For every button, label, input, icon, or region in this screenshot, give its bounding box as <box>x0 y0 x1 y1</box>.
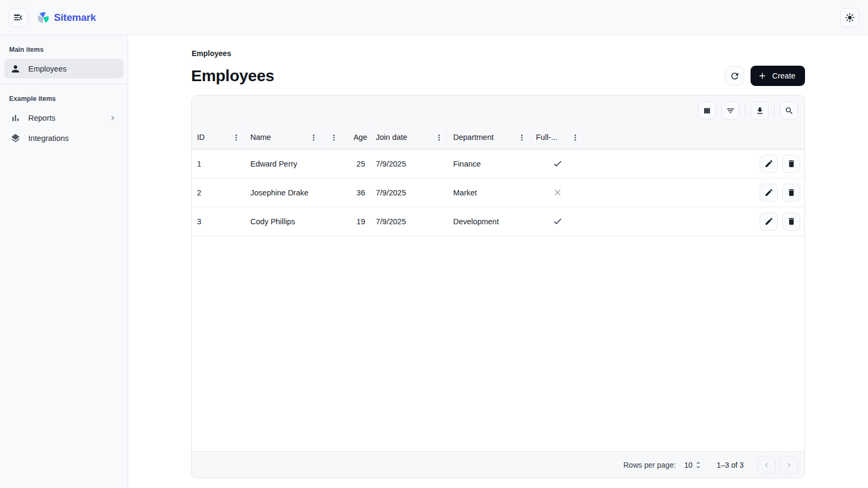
filter-icon <box>726 106 735 115</box>
column-header-label: ID <box>197 133 205 141</box>
theme-toggle-button[interactable] <box>840 8 859 27</box>
column-menu-button[interactable] <box>230 131 242 144</box>
kebab-icon <box>518 133 526 141</box>
export-button[interactable] <box>751 101 769 120</box>
age-cell: 36 <box>322 188 370 197</box>
chevron-left-icon <box>762 460 771 470</box>
column-header-label: Join date <box>376 133 407 141</box>
sidebar-toggle-button[interactable] <box>9 8 28 27</box>
close-icon <box>553 187 563 198</box>
column-header-join-date[interactable]: Join date <box>370 125 448 149</box>
brand-logo: Sitemark <box>37 12 96 23</box>
reload-button[interactable] <box>725 66 744 85</box>
breadcrumb: Employees <box>192 49 805 58</box>
grid-footer: Rows per page: 10 1–3 of 3 <box>192 451 804 478</box>
column-header-label: Department <box>453 133 494 141</box>
page-title: Employees <box>191 66 274 85</box>
column-header-full-time[interactable]: Full-... <box>531 125 584 149</box>
grid-header-row: ID Name Age Join date <box>192 125 804 149</box>
join-date-cell: 7/9/2025 <box>370 160 448 168</box>
sidebar-item-label: Integrations <box>28 134 69 143</box>
full-time-cell <box>531 187 584 198</box>
bar-chart-icon <box>10 113 21 123</box>
delete-button[interactable] <box>782 155 800 173</box>
column-menu-button[interactable] <box>516 131 527 144</box>
id-cell: 1 <box>192 160 245 168</box>
column-header-label: Full-... <box>536 133 557 141</box>
pagination-range: 1–3 of 3 <box>716 461 744 469</box>
table-row[interactable]: 1 Edward Perry 25 7/9/2025 Finance <box>192 149 804 178</box>
download-icon <box>755 106 764 115</box>
column-menu-button[interactable] <box>433 131 445 144</box>
trash-icon <box>787 217 796 226</box>
column-header-department[interactable]: Department <box>448 125 531 149</box>
chevron-right-icon <box>784 460 794 470</box>
edit-button[interactable] <box>760 212 778 231</box>
delete-button[interactable] <box>782 212 800 231</box>
table-row[interactable]: 3 Cody Phillips 19 7/9/2025 Development <box>192 207 804 236</box>
sidebar-section-main-items: Main items <box>0 41 128 58</box>
column-header-label: Name <box>250 133 271 141</box>
name-cell: Edward Perry <box>245 160 322 168</box>
sidebar-item-integrations[interactable]: Integrations <box>4 128 123 148</box>
columns-button[interactable] <box>698 101 716 120</box>
check-icon <box>553 159 563 169</box>
grid-toolbar <box>192 96 804 125</box>
create-button-label: Create <box>772 72 795 80</box>
kebab-icon <box>310 133 318 141</box>
main-content: Employees Employees Create <box>128 35 868 488</box>
trash-icon <box>787 188 796 197</box>
menu-collapse-icon <box>13 12 23 23</box>
name-cell: Josephine Drake <box>245 188 322 197</box>
rows-per-page-select[interactable]: 10 <box>684 461 703 469</box>
rows-per-page-value: 10 <box>684 461 693 469</box>
column-header-actions <box>584 125 804 149</box>
column-header-age[interactable]: Age <box>322 125 370 149</box>
column-menu-button[interactable] <box>328 131 340 144</box>
column-menu-button[interactable] <box>307 131 319 144</box>
pencil-icon <box>764 188 774 197</box>
filter-button[interactable] <box>721 101 739 120</box>
age-cell: 19 <box>322 217 370 226</box>
next-page-button[interactable] <box>780 456 798 474</box>
full-time-cell <box>531 216 584 226</box>
sitemark-logo-icon <box>37 12 49 23</box>
grid-empty-area <box>192 236 804 451</box>
sidebar-item-employees[interactable]: Employees <box>4 59 123 78</box>
brand-name: Sitemark <box>54 12 96 23</box>
edit-button[interactable] <box>760 155 778 173</box>
delete-button[interactable] <box>782 184 800 202</box>
sidebar-item-label: Reports <box>28 114 56 122</box>
kebab-icon <box>330 133 338 141</box>
create-button[interactable]: Create <box>751 66 805 86</box>
plus-icon <box>757 71 767 81</box>
sidebar-section-example-items: Example items <box>0 90 128 107</box>
column-header-label: Age <box>353 133 367 141</box>
pencil-icon <box>764 217 774 226</box>
column-menu-button[interactable] <box>569 131 581 144</box>
sidebar-divider <box>0 84 128 84</box>
table-row[interactable]: 2 Josephine Drake 36 7/9/2025 Market <box>192 178 804 207</box>
column-header-id[interactable]: ID <box>192 125 245 149</box>
column-header-name[interactable]: Name <box>245 125 322 149</box>
sun-icon <box>845 12 855 23</box>
chevron-right-icon <box>108 113 117 123</box>
toolbar-divider <box>745 105 745 116</box>
sidebar-item-reports[interactable]: Reports <box>4 108 123 128</box>
sidebar-item-label: Employees <box>28 65 67 73</box>
department-cell: Development <box>448 217 531 226</box>
join-date-cell: 7/9/2025 <box>370 217 448 226</box>
toolbar-divider <box>774 105 775 116</box>
search-button[interactable] <box>780 101 798 120</box>
previous-page-button[interactable] <box>757 456 776 474</box>
id-cell: 2 <box>192 188 245 197</box>
edit-button[interactable] <box>760 184 778 202</box>
person-icon <box>10 64 21 74</box>
full-time-cell <box>531 159 584 169</box>
department-cell: Finance <box>448 160 531 168</box>
sidebar: Main items Employees Example items Repor… <box>0 35 128 488</box>
name-cell: Cody Phillips <box>245 217 322 226</box>
check-icon <box>553 216 563 226</box>
unfold-more-icon <box>694 461 703 469</box>
rows-per-page-label: Rows per page: <box>624 461 676 469</box>
